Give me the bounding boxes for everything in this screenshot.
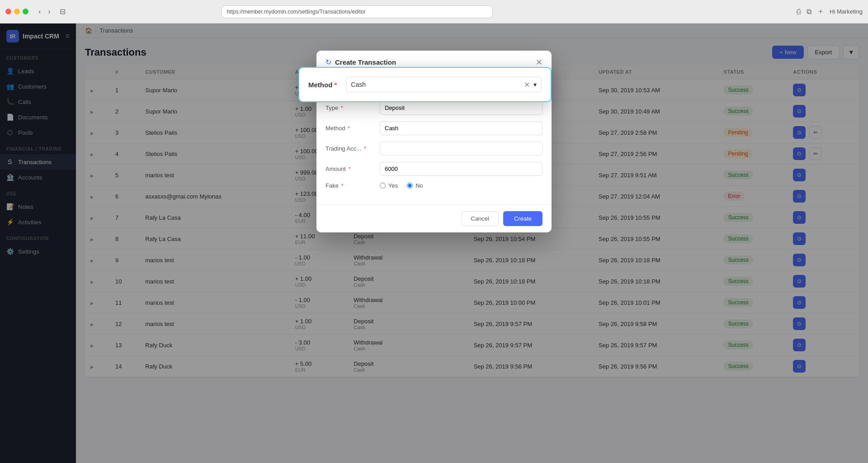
url-text: https://member.mydomin.com/settings/Tran… [226, 9, 365, 15]
method-select[interactable]: Cash Bank Transfer Credit Card [380, 121, 542, 135]
browser-actions: ⎙ ⧉ ＋ Hi Marketing [797, 7, 863, 16]
fake-yes-label[interactable]: Yes [380, 182, 398, 189]
fake-yes-text: Yes [388, 182, 398, 189]
trading-account-select[interactable] [380, 142, 542, 156]
fullscreen-traffic-light[interactable] [23, 9, 28, 14]
fake-no-label[interactable]: No [407, 182, 423, 189]
fake-label: Fake * [326, 182, 380, 189]
type-select-wrap: Deposit Withdrawal [380, 101, 542, 115]
create-button[interactable]: Create [503, 211, 542, 226]
fake-no-radio[interactable] [407, 183, 413, 189]
nav-buttons: ‹ › [36, 7, 53, 17]
amount-input[interactable] [380, 162, 542, 176]
traffic-lights [5, 9, 28, 14]
type-select[interactable]: Deposit Withdrawal [380, 101, 542, 115]
method-select-display[interactable]: Cash ✕ ▾ [346, 77, 542, 92]
new-tab-icon[interactable]: ＋ [817, 7, 824, 16]
method-clear-button[interactable]: ✕ [524, 80, 530, 89]
trading-account-row: Trading Acc... * [326, 142, 542, 156]
fake-yes-radio[interactable] [380, 183, 386, 189]
cancel-button[interactable]: Cancel [462, 211, 499, 226]
fake-radio-group: Yes No [380, 182, 423, 189]
method-required-star: * [335, 81, 337, 89]
back-button[interactable]: ‹ [36, 7, 43, 17]
forward-button[interactable]: › [45, 7, 53, 17]
window-icon[interactable]: ⧉ [807, 8, 811, 16]
method-select-wrap: Cash Bank Transfer Credit Card [380, 121, 542, 135]
amount-label: Amount * [326, 165, 380, 172]
modal-close-button[interactable]: ✕ [536, 58, 542, 66]
trading-account-select-wrap [380, 142, 542, 156]
browser-chrome: ‹ › ⊟ https://member.mydomin.com/setting… [0, 0, 868, 24]
method-popup-inner: Method * Cash ✕ ▾ [308, 77, 542, 92]
user-label: Hi Marketing [830, 8, 863, 15]
method-popup: Method * Cash ✕ ▾ [298, 67, 552, 102]
method-selected-value: Cash [351, 77, 524, 92]
trading-account-label: Trading Acc... * [326, 145, 380, 152]
url-bar[interactable]: https://member.mydomin.com/settings/Tran… [222, 5, 493, 18]
modal-footer: Cancel Create [316, 204, 552, 232]
modal-title: Create Transaction [335, 58, 396, 66]
type-label: Type * [326, 104, 380, 111]
amount-row: Amount * [326, 162, 542, 176]
minimize-traffic-light[interactable] [14, 9, 20, 14]
modal-icon: ↻ [326, 58, 331, 66]
method-row: Method * Cash Bank Transfer Credit Card [326, 121, 542, 135]
method-label: Method * [326, 125, 380, 132]
fake-no-text: No [415, 182, 423, 189]
share-icon[interactable]: ⎙ [797, 8, 801, 16]
method-popup-label: Method * [308, 81, 337, 89]
method-dropdown-button[interactable]: ▾ [533, 81, 537, 88]
fake-row: Fake * Yes No [326, 182, 542, 189]
type-row: Type * Deposit Withdrawal [326, 101, 542, 115]
modal-title-area: ↻ Create Transaction [326, 58, 396, 66]
sidebar-toggle-button[interactable]: ⊟ [57, 6, 68, 17]
close-traffic-light[interactable] [5, 9, 11, 14]
